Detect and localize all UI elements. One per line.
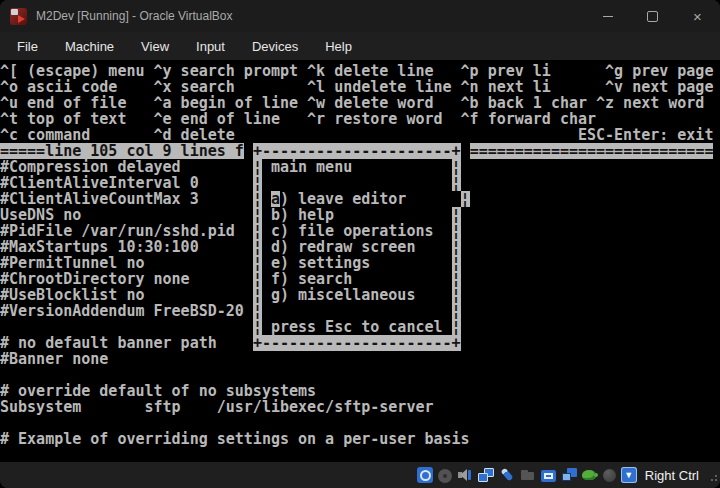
recording-icon[interactable] (561, 467, 577, 483)
status-icons: ▼ (417, 467, 637, 483)
terminal-row (0, 415, 720, 431)
terminal-row: ^u end of file ^a begin of line ^w delet… (0, 95, 720, 111)
terminal-row (0, 447, 720, 463)
close-button[interactable]: × (675, 0, 720, 32)
display-icon[interactable] (541, 470, 556, 482)
menu-file[interactable]: File (17, 39, 38, 54)
menu-bar: File Machine View Input Devices Help (0, 32, 720, 60)
menu-machine[interactable]: Machine (65, 39, 114, 54)
usb-icon[interactable] (499, 467, 515, 483)
shared-folders-icon[interactable] (520, 467, 536, 483)
optical-drives-icon[interactable] (438, 469, 452, 483)
terminal-row (0, 367, 720, 383)
hard-disks-icon[interactable] (417, 467, 433, 483)
terminal-row: #ClientAliveInterval 0 ¦ ¦ (0, 175, 720, 191)
mouse-integration-icon[interactable] (603, 469, 616, 482)
maximize-button[interactable] (630, 0, 675, 32)
features-turtle-icon[interactable] (582, 467, 598, 483)
minimize-button[interactable] (585, 0, 630, 32)
terminal-row: ^t top of text ^e end of line ^r restore… (0, 111, 720, 127)
terminal-screen[interactable]: ^[ (escape) menu ^y search prompt ^k del… (0, 60, 720, 465)
audio-icon[interactable] (457, 467, 473, 483)
virtualbox-window: M2Dev [Running] - Oracle VirtualBox × Fi… (0, 0, 720, 488)
terminal-row: #ClientAliveCountMax 3 ¦ a) leave editor… (0, 191, 720, 207)
terminal-row: =====line 105 col 9 lines f +-----------… (0, 143, 720, 159)
menu-input[interactable]: Input (196, 39, 225, 54)
title-bar[interactable]: M2Dev [Running] - Oracle VirtualBox × (0, 0, 720, 32)
terminal-row: #VersionAddendum FreeBSD-20 ¦ ¦ (0, 303, 720, 319)
terminal-row: # override default of no subsystems (0, 383, 720, 399)
resize-grip[interactable] (708, 475, 717, 484)
host-key-label: Right Ctrl (645, 468, 699, 483)
terminal-row: #ChrootDirectory none ¦ f) search ¦ (0, 271, 720, 287)
virtualbox-vm-icon (10, 8, 27, 25)
terminal-row: ^[ (escape) menu ^y search prompt ^k del… (0, 63, 720, 79)
terminal-row: UseDNS no ¦ b) help ¦ (0, 207, 720, 223)
keyboard-capture-icon[interactable]: ▼ (621, 467, 637, 483)
terminal-row: ¦ press Esc to cancel ¦ (0, 319, 720, 335)
network-icon[interactable] (478, 467, 494, 483)
terminal-row: ^o ascii code ^x search ^l undelete line… (0, 79, 720, 95)
terminal-row: #Banner none (0, 351, 720, 367)
terminal-row: #Compression delayed ¦ main menu ¦ (0, 159, 720, 175)
terminal-row: #PermitTunnel no ¦ e) settings ¦ (0, 255, 720, 271)
terminal-row: # Example of overriding settings on a pe… (0, 431, 720, 447)
terminal-row: #MaxStartups 10:30:100 ¦ d) redraw scree… (0, 239, 720, 255)
menu-help[interactable]: Help (325, 39, 352, 54)
terminal-row: Subsystem sftp /usr/libexec/sftp-server (0, 399, 720, 415)
terminal-row: ^c command ^d delete ESC-Enter: exit (0, 127, 720, 143)
window-title: M2Dev [Running] - Oracle VirtualBox (36, 9, 585, 23)
menu-view[interactable]: View (141, 39, 169, 54)
menu-devices[interactable]: Devices (252, 39, 298, 54)
terminal-row: #PidFile /var/run/sshd.pid ¦ c) file ope… (0, 223, 720, 239)
terminal-row: #UseBlocklist no ¦ g) miscellaneous ¦ (0, 287, 720, 303)
terminal-row: # no default banner path +--------------… (0, 335, 720, 351)
status-bar: ▼ Right Ctrl (0, 462, 720, 488)
